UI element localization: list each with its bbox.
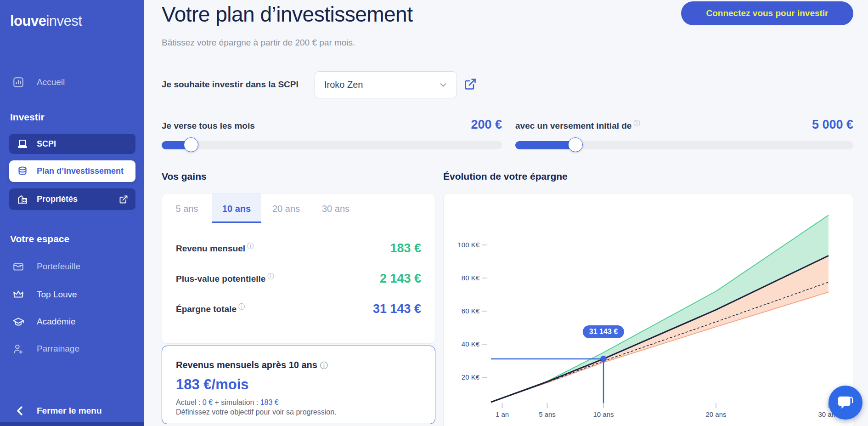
sidebar-item-label: Propriétés: [37, 194, 78, 204]
scpi-select-value: Iroko Zen: [324, 80, 363, 90]
gain-row-label: Plus-value potentielleⓘ: [176, 273, 274, 284]
monthly-income-summary-box: Revenus mensuels après 10 ansⓘ 183 €/moi…: [162, 346, 435, 424]
external-link-icon: [119, 195, 128, 204]
tab-30-ans[interactable]: 30 ans: [311, 193, 361, 223]
sidebar-item-portefeuille[interactable]: Portefeuille: [0, 259, 144, 274]
summary-amount: 183 €/mois: [176, 376, 421, 393]
info-icon[interactable]: ⓘ: [238, 303, 245, 310]
info-icon[interactable]: ⓘ: [320, 361, 328, 370]
tab-20-ans[interactable]: 20 ans: [261, 193, 311, 223]
sidebar-item-proprietes[interactable]: Propriétés: [9, 188, 135, 210]
gain-row-epargne-totale: Épargne totaleⓘ 31 143 €: [176, 294, 421, 324]
page-title: Votre plan d’investissement: [162, 2, 412, 27]
initial-slider-fill: [515, 141, 575, 149]
sidebar-item-label: Parrainage: [37, 344, 79, 354]
sidebar-item-label: Académie: [37, 317, 76, 327]
info-icon[interactable]: ⓘ: [267, 273, 274, 280]
summary-current-value: 0 €: [203, 398, 213, 406]
logo[interactable]: louveinvest: [10, 13, 82, 29]
gain-row-value: 2 143 €: [380, 272, 421, 286]
tab-10-ans[interactable]: 10 ans: [212, 193, 261, 223]
page-subtitle: Bâtissez votre épargne à partir de 200 €…: [162, 38, 355, 48]
svg-text:80 K€: 80 K€: [462, 274, 480, 282]
logo-light: invest: [46, 13, 82, 29]
database-icon: [17, 165, 28, 177]
sidebar-item-top-louve[interactable]: Top Louve: [0, 287, 144, 302]
summary-detail: Actuel : 0 € + simulation : 183 €: [176, 398, 421, 407]
crown-icon: [12, 288, 25, 301]
sidebar-item-parrainage[interactable]: Parrainage: [0, 341, 144, 357]
sidebar-item-accueil[interactable]: Accueil: [0, 74, 144, 90]
sidebar-section-espace: Votre espace: [10, 233, 69, 244]
chat-bubble-icon: [837, 394, 854, 411]
initial-slider-thumb[interactable]: [568, 137, 583, 152]
close-menu-button[interactable]: Fermer le menu: [0, 403, 144, 419]
horizon-tabs: 5 ans 10 ans 20 ans 30 ans: [162, 193, 435, 223]
sidebar-item-label: Top Louve: [37, 290, 77, 300]
summary-title: Revenus mensuels après 10 ansⓘ: [176, 360, 421, 371]
svg-text:1 an: 1 an: [496, 410, 509, 418]
sidebar-item-scpi[interactable]: SCPI: [9, 134, 135, 154]
sidebar-item-academie[interactable]: Académie: [0, 314, 144, 329]
wallet-icon: [12, 260, 25, 273]
connect-to-invest-button[interactable]: Connectez vous pour investir: [681, 1, 853, 25]
svg-text:100 K€: 100 K€: [457, 241, 479, 249]
chevron-down-icon: [438, 80, 448, 90]
sidebar-item-label: Portefeuille: [37, 261, 80, 272]
svg-text:5 ans: 5 ans: [539, 410, 556, 418]
gain-row-revenu-mensuel: Revenu mensuelⓘ 183 €: [176, 233, 421, 263]
svg-text:20 ans: 20 ans: [705, 410, 726, 418]
sidebar: louveinvest Accueil Investir SCPI Plan d…: [0, 0, 144, 426]
sidebar-item-label: Accueil: [37, 77, 65, 87]
sidebar-item-label: SCPI: [37, 139, 56, 149]
user-plus-icon: [12, 342, 25, 355]
sidebar-bottom-strip: [0, 422, 144, 426]
close-menu-label: Fermer le menu: [37, 406, 102, 416]
svg-text:40 K€: 40 K€: [462, 340, 480, 348]
gain-row-label: Épargne totaleⓘ: [176, 303, 245, 314]
initial-slider[interactable]: [515, 141, 853, 149]
scpi-select[interactable]: Iroko Zen: [315, 71, 457, 98]
laptop-icon: [17, 138, 28, 150]
monthly-slider-thumb[interactable]: [184, 137, 198, 152]
chart-canvas[interactable]: 20 K€40 K€60 K€80 K€100 K€1 an5 ans10 an…: [444, 193, 854, 426]
gains-rows: Revenu mensuelⓘ 183 € Plus-value potenti…: [162, 223, 435, 324]
gain-row-label: Revenu mensuelⓘ: [176, 242, 254, 254]
chevron-left-icon: [15, 405, 26, 416]
svg-text:10 ans: 10 ans: [593, 410, 614, 418]
gain-row-plus-value: Plus-value potentielleⓘ 2 143 €: [176, 263, 421, 294]
sidebar-item-plan-investissement[interactable]: Plan d’investissement: [9, 160, 135, 182]
gains-title: Vos gains: [162, 171, 207, 182]
summary-simulation-value: 183 €: [260, 398, 279, 406]
info-icon[interactable]: ⓘ: [633, 119, 640, 127]
tab-5-ans[interactable]: 5 ans: [162, 193, 212, 223]
monthly-slider[interactable]: [162, 141, 502, 149]
sidebar-item-label: Plan d’investissement: [37, 166, 124, 176]
bar-chart-icon: [12, 76, 25, 89]
scpi-external-link-icon[interactable]: [464, 78, 477, 91]
svg-text:20 K€: 20 K€: [462, 373, 480, 381]
initial-slider-label: avec un versement initial deⓘ: [515, 119, 640, 131]
info-icon[interactable]: ⓘ: [247, 242, 254, 250]
monthly-slider-label: Je verse tous les mois: [162, 121, 255, 131]
app-root: louveinvest Accueil Investir SCPI Plan d…: [0, 0, 868, 426]
chat-launcher-button[interactable]: [829, 386, 862, 420]
summary-hint: Définissez votre objectif pour voir sa p…: [176, 408, 421, 416]
gains-card: 5 ans 10 ans 20 ans 30 ans Revenu mensue…: [162, 193, 435, 344]
scpi-select-label: Je souhaite investir dans la SCPI: [162, 80, 299, 90]
monthly-slider-value: 200 €: [471, 118, 502, 132]
initial-slider-value: 5 000 €: [812, 118, 853, 132]
initial-slider-header: avec un versement initial deⓘ 5 000 €: [515, 118, 853, 132]
gain-row-value: 31 143 €: [373, 302, 421, 316]
chart-tooltip: 31 143 €: [583, 325, 624, 338]
graduation-cap-icon: [12, 315, 25, 328]
sidebar-section-investir: Investir: [10, 112, 45, 123]
svg-text:60 K€: 60 K€: [462, 307, 480, 315]
gain-row-value: 183 €: [390, 241, 421, 256]
logo-bold: louve: [10, 13, 46, 29]
monthly-slider-header: Je verse tous les mois 200 €: [162, 118, 502, 132]
chart-title: Évolution de votre épargne: [443, 171, 568, 182]
savings-evolution-chart: 20 K€40 K€60 K€80 K€100 K€1 an5 ans10 an…: [443, 193, 853, 426]
building-icon: [17, 193, 28, 205]
